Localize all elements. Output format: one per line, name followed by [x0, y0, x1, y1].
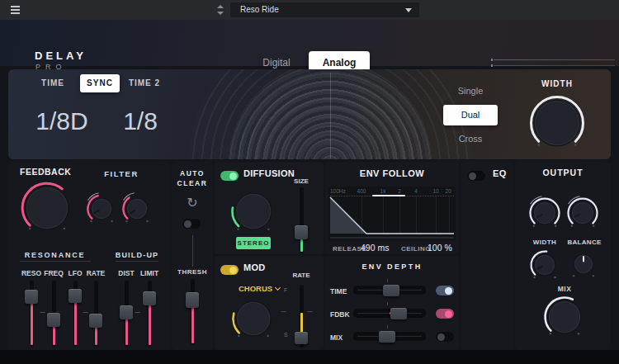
slider-center-tick — [387, 302, 388, 305]
preset-prev-next-spinner[interactable] — [217, 4, 224, 16]
width-knob[interactable] — [526, 92, 588, 154]
env-follow-title: ENV FOLLOW — [325, 168, 459, 178]
arrow-down-icon[interactable] — [217, 12, 224, 15]
rate-mid-dash: – — [280, 305, 287, 315]
size-label: SIZE — [289, 177, 314, 185]
toggle-knob — [469, 173, 476, 180]
link-dash: – — [82, 306, 89, 316]
filter-title: FILTER — [92, 169, 150, 178]
graph-bottom-bar — [330, 237, 454, 239]
menu-icon[interactable] — [11, 6, 21, 14]
buildup-title: BUILD-UP — [111, 251, 163, 259]
buildup-divider — [116, 261, 158, 262]
mod-toggle[interactable] — [220, 265, 239, 275]
output-balance-knob[interactable] — [565, 246, 602, 282]
envelope-curve — [328, 187, 456, 241]
mod-type-dropdown[interactable]: CHORUS — [234, 284, 285, 293]
resonance-title: RESONANCE — [13, 251, 97, 259]
freq-slider[interactable] — [46, 281, 61, 347]
tab-time[interactable]: TIME — [38, 78, 68, 87]
lfo-slider[interactable] — [68, 281, 83, 347]
output-knob-left[interactable] — [525, 193, 565, 233]
eq-panel — [461, 162, 513, 350]
time2-value[interactable]: 1/8 — [107, 107, 173, 135]
link-dash: – — [134, 306, 141, 316]
rate-slow-label: S — [284, 332, 288, 338]
feedback-title: FEEDBACK — [20, 167, 71, 177]
rate-slider[interactable] — [88, 281, 103, 347]
mode-cross[interactable]: Cross — [443, 134, 498, 144]
env-follow-graph[interactable]: 100Hz 400 1k 2 4 10 20 — [328, 187, 456, 241]
level-meter-left — [494, 59, 615, 60]
feedback-knob[interactable] — [17, 178, 77, 238]
eq-toggle[interactable] — [467, 171, 485, 181]
size-slider[interactable] — [294, 187, 309, 253]
output-title: OUTPUT — [515, 168, 611, 177]
auto-clear-label-1: AUTO — [172, 169, 213, 177]
chevron-down-icon — [275, 285, 281, 291]
logo-delay: DELAY — [35, 50, 87, 62]
env-depth-fdbk-slider[interactable] — [353, 309, 426, 318]
output-balance-label: BALANCE — [563, 239, 606, 246]
thresh-slider[interactable] — [185, 279, 200, 345]
rate-slider-label: RATE — [83, 269, 109, 277]
diffusion-toggle[interactable] — [220, 171, 239, 181]
ceiling-label: CEILING — [401, 245, 431, 253]
mode-dual[interactable]: Dual — [443, 105, 498, 125]
filter-highcut-knob[interactable] — [118, 190, 156, 228]
toggle-knob — [184, 220, 191, 228]
reso-slider[interactable] — [24, 281, 39, 347]
toggle-knob — [445, 310, 452, 318]
toggle-knob — [229, 173, 237, 180]
diffusion-title: DIFFUSION — [243, 168, 295, 178]
limit-slider-label: LIMIT — [136, 269, 163, 277]
slider-center-tick — [387, 325, 388, 329]
env-depth-time-label: TIME — [330, 287, 352, 295]
header: DELAY PRO Digital Analog — [0, 20, 619, 66]
delay-pro-plugin-window: Reso Ride DELAY PRO Digital Analog TIME … — [0, 0, 619, 364]
thresh-label: THRESH — [172, 268, 213, 276]
ripple-center-line — [330, 73, 331, 158]
mode-single[interactable]: Single — [443, 86, 498, 96]
mod-title: MOD — [243, 262, 266, 272]
auto-clear-toggle[interactable] — [182, 219, 201, 229]
env-depth-fdbk-label: FDBK — [330, 310, 352, 319]
limit-slider[interactable] — [142, 281, 157, 347]
dist-slider[interactable] — [119, 281, 134, 347]
tab-digital[interactable]: Digital — [248, 57, 305, 69]
ceiling-value[interactable]: 100 % — [428, 243, 452, 253]
width-knob-label: WIDTH — [528, 79, 586, 88]
level-meter-right — [494, 65, 615, 66]
output-width-label: WIDTH — [523, 239, 566, 246]
env-depth-mix-label: MIX — [330, 333, 352, 342]
output-knob-right[interactable] — [563, 193, 602, 233]
env-depth-time-slider[interactable] — [353, 286, 426, 295]
toggle-knob — [229, 267, 237, 274]
env-depth-mix-toggle[interactable] — [436, 332, 454, 342]
release-value[interactable]: 490 ms — [361, 243, 389, 253]
preset-name: Reso Ride — [240, 5, 279, 14]
auto-clear-label-2: CLEAR — [172, 179, 213, 187]
env-depth-fdbk-toggle[interactable] — [436, 309, 454, 319]
mod-type-value: CHORUS — [239, 284, 272, 293]
env-depth-mix-slider[interactable] — [353, 332, 426, 341]
preset-selector[interactable]: Reso Ride — [230, 2, 419, 17]
arrow-up-icon[interactable] — [217, 5, 224, 8]
stereo-mode-button[interactable]: STEREO — [236, 237, 271, 249]
resonance-divider — [20, 261, 91, 262]
mod-depth-knob[interactable] — [228, 293, 279, 344]
auto-clear-connector-line — [192, 235, 193, 267]
time-value[interactable]: 1/8D — [25, 107, 99, 135]
filter-lowcut-knob[interactable] — [83, 190, 120, 228]
diffusion-knob[interactable] — [227, 185, 280, 238]
mod-rate-slider[interactable] — [294, 285, 309, 347]
link-dash: – — [39, 306, 46, 316]
tab-sync[interactable]: SYNC — [80, 74, 120, 92]
rotate-reset-icon[interactable]: ↻ — [184, 195, 201, 211]
tab-time2[interactable]: TIME 2 — [125, 78, 163, 87]
toggle-knob — [437, 333, 445, 341]
rate-fast-label: F — [284, 287, 287, 293]
env-depth-time-toggle[interactable] — [436, 286, 454, 295]
output-mix-knob[interactable] — [540, 292, 589, 342]
output-width-knob[interactable] — [526, 246, 564, 284]
